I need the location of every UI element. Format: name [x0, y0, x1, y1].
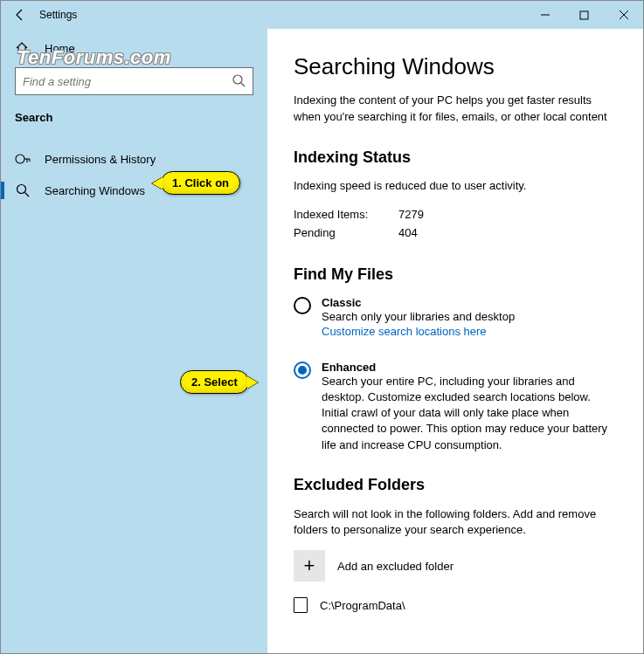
- svg-line-5: [241, 83, 245, 86]
- window-title: Settings: [39, 9, 77, 21]
- radio-classic-circle[interactable]: [294, 297, 311, 314]
- enhanced-desc: Search your entire PC, including your li…: [322, 374, 617, 453]
- svg-point-10: [17, 185, 26, 194]
- page-description: Indexing the content of your PC helps yo…: [294, 93, 617, 126]
- sidebar-item-permissions-history[interactable]: Permissions & History: [1, 143, 267, 175]
- minimize-button[interactable]: [525, 1, 564, 29]
- radio-option-enhanced[interactable]: Enhanced Search your entire PC, includin…: [294, 361, 617, 453]
- excluded-folders-heading: Excluded Folders: [294, 476, 617, 494]
- home-icon: [15, 41, 31, 55]
- radio-option-classic[interactable]: Classic Search only your libraries and d…: [294, 296, 617, 338]
- permissions-icon: [15, 152, 31, 166]
- plus-icon: +: [294, 550, 325, 582]
- excluded-folder-item[interactable]: C:\ProgramData\: [294, 597, 617, 613]
- annotation-callout-2: 2. Select: [180, 370, 249, 394]
- pending-label: Pending: [294, 226, 398, 239]
- home-label: Home: [45, 42, 75, 55]
- home-nav[interactable]: Home: [1, 34, 267, 62]
- close-button[interactable]: [604, 1, 643, 29]
- find-my-files-heading: Find My Files: [294, 265, 617, 284]
- sidebar-section-header: Search: [1, 104, 267, 131]
- excluded-folder-path: C:\ProgramData\: [320, 599, 405, 612]
- pending-row: Pending 404: [294, 226, 617, 239]
- customize-locations-link[interactable]: Customize search locations here: [322, 325, 515, 338]
- classic-title: Classic: [322, 296, 515, 309]
- search-icon: [15, 183, 31, 197]
- maximize-button[interactable]: [564, 1, 604, 29]
- callout-2-text: 2. Select: [191, 375, 238, 389]
- radio-enhanced-circle[interactable]: [294, 361, 311, 379]
- classic-desc: Search only your libraries and desktop: [322, 309, 515, 325]
- page-title: Searching Windows: [294, 53, 617, 80]
- indexed-items-row: Indexed Items: 7279: [294, 208, 617, 221]
- svg-point-6: [16, 155, 24, 163]
- back-button[interactable]: [1, 1, 39, 29]
- enhanced-title: Enhanced: [322, 361, 617, 374]
- sidebar-item-label: Permissions & History: [45, 153, 156, 166]
- indexing-status-heading: Indexing Status: [294, 148, 617, 167]
- add-excluded-label: Add an excluded folder: [337, 560, 454, 573]
- svg-point-4: [233, 75, 242, 84]
- pending-value: 404: [398, 226, 418, 239]
- content-pane: Searching Windows Indexing the content o…: [267, 29, 643, 653]
- add-excluded-folder-button[interactable]: + Add an excluded folder: [294, 550, 617, 582]
- indexed-items-value: 7279: [398, 208, 424, 221]
- window-controls: [525, 1, 643, 29]
- callout-1-text: 1. Click on: [172, 176, 229, 189]
- sidebar-item-label: Searching Windows: [45, 184, 145, 197]
- title-bar: Settings: [1, 1, 643, 29]
- indexed-items-label: Indexed Items:: [294, 208, 398, 221]
- sidebar: Home Search Permissions & History Search…: [1, 29, 267, 653]
- search-input[interactable]: [23, 75, 232, 88]
- find-setting-search[interactable]: [15, 67, 253, 95]
- annotation-callout-1: 1. Click on: [161, 171, 240, 195]
- folder-icon: [294, 597, 308, 613]
- svg-rect-1: [580, 11, 588, 19]
- svg-line-11: [25, 193, 30, 197]
- search-icon: [232, 73, 246, 90]
- indexing-status-text: Indexing speed is reduced due to user ac…: [294, 179, 617, 192]
- excluded-desc: Search will not look in the following fo…: [294, 506, 617, 538]
